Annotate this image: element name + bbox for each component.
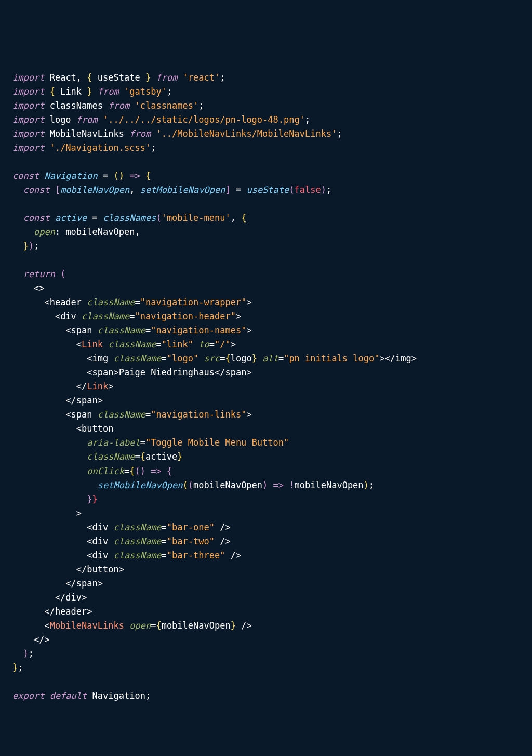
identifier xyxy=(44,72,49,83)
jsx-fragment-close: </> xyxy=(12,634,50,645)
tag-open: < xyxy=(12,325,71,335)
tag-close: > xyxy=(246,325,251,335)
paren: ) xyxy=(262,480,268,490)
tag-name: button xyxy=(87,564,118,575)
string: '../MobileNavLinks/MobileNavLinks' xyxy=(156,128,337,139)
equals: = xyxy=(140,437,145,448)
tag-name: img xyxy=(395,353,411,363)
self-close: / xyxy=(236,620,246,631)
paren: ) xyxy=(140,466,145,476)
operator: = xyxy=(98,171,114,181)
tag-name: header xyxy=(55,606,87,617)
paren: ) xyxy=(364,480,369,490)
closing-tag-open: </ xyxy=(215,367,225,377)
space xyxy=(151,128,156,139)
self-close: / xyxy=(215,522,225,532)
keyword-from: from xyxy=(98,86,119,97)
attribute: className xyxy=(76,311,129,321)
comma: , xyxy=(129,185,140,195)
jsx-brace: } xyxy=(177,451,182,462)
keyword-export: export xyxy=(12,690,44,701)
string: 'gatsby' xyxy=(124,86,167,97)
equals: = xyxy=(129,311,135,321)
closing-tag-open: </ xyxy=(385,353,395,363)
attribute: className xyxy=(82,297,135,307)
semicolon: ; xyxy=(145,690,151,701)
attribute: alt xyxy=(257,353,278,363)
string: "Toggle Mobile Menu Button" xyxy=(145,437,289,448)
closing-tag-open: </ xyxy=(12,381,87,392)
attribute: aria-label xyxy=(12,437,140,448)
closing-tag-open: </ xyxy=(12,395,76,406)
tag-close: > xyxy=(246,409,251,420)
equals: = xyxy=(162,353,167,363)
keyword-const: const xyxy=(12,171,39,181)
equals: = xyxy=(209,339,215,349)
component-name: Link xyxy=(87,381,108,392)
jsx-expression: logo xyxy=(231,353,252,363)
equals: = xyxy=(124,466,129,476)
brace: } xyxy=(12,662,18,673)
tag-open: < xyxy=(12,536,92,546)
semicolon: ; xyxy=(369,480,374,490)
tag-close: > xyxy=(231,339,236,349)
tag-open: < xyxy=(12,620,50,631)
jsx-brace: { xyxy=(140,451,145,462)
tag-name: span xyxy=(92,367,114,377)
semicolon: ; xyxy=(220,72,225,83)
semicolon: ; xyxy=(29,648,34,659)
operator: = xyxy=(231,185,247,195)
brace: } xyxy=(12,241,29,251)
comma: , xyxy=(231,213,241,223)
jsx-fragment: <> xyxy=(12,283,44,293)
brace: } xyxy=(87,86,97,97)
string: "navigation-links" xyxy=(151,409,246,420)
jsx-brace: { xyxy=(129,466,135,476)
tag-name: div xyxy=(92,536,109,546)
colon: : xyxy=(55,227,65,237)
equals: = xyxy=(151,620,156,631)
tag-name: span xyxy=(71,409,92,420)
string: './Navigation.scss' xyxy=(44,142,151,153)
attribute: className xyxy=(108,353,161,363)
tag-name: div xyxy=(92,522,109,532)
semicolon: ; xyxy=(198,100,204,111)
variable: mobileNavOpen xyxy=(60,185,129,195)
paren: ( xyxy=(55,269,65,279)
tag-close: > xyxy=(236,311,241,321)
tag-close: > xyxy=(379,353,384,363)
brace: { xyxy=(241,213,246,223)
arrow: => xyxy=(124,171,145,181)
brace: { xyxy=(167,466,172,476)
identifier: logo xyxy=(44,114,76,125)
function-call: classNames xyxy=(103,213,156,223)
brace: { xyxy=(44,86,55,97)
jsx-expression: active xyxy=(145,451,177,462)
paren: ( xyxy=(289,185,294,195)
semicolon: ; xyxy=(151,142,156,153)
tag-open: < xyxy=(12,423,82,434)
equals: = xyxy=(145,325,151,335)
jsx-expression: mobileNavOpen xyxy=(162,620,231,631)
jsx-brace: } xyxy=(231,620,236,631)
tag-open: < xyxy=(12,297,50,307)
closing-tag-open: </ xyxy=(12,578,76,589)
tag-close: > xyxy=(225,536,230,546)
equals: = xyxy=(135,297,140,307)
tag-close: > xyxy=(12,508,82,518)
brace: { xyxy=(87,72,92,83)
keyword-return: return xyxy=(12,269,55,279)
arrow: => xyxy=(268,480,289,490)
space xyxy=(129,100,135,111)
function-name: Navigation xyxy=(39,171,98,181)
string: "link" xyxy=(162,339,193,349)
jsx-brace: } xyxy=(92,494,98,504)
equals: = xyxy=(145,409,151,420)
string: "bar-one" xyxy=(167,522,215,532)
semicolon: ; xyxy=(18,662,23,673)
space xyxy=(177,72,182,83)
identifier: React, xyxy=(50,72,87,83)
space xyxy=(151,72,156,83)
component-name: MobileNavLinks xyxy=(50,620,124,631)
string: "navigation-names" xyxy=(151,325,246,335)
